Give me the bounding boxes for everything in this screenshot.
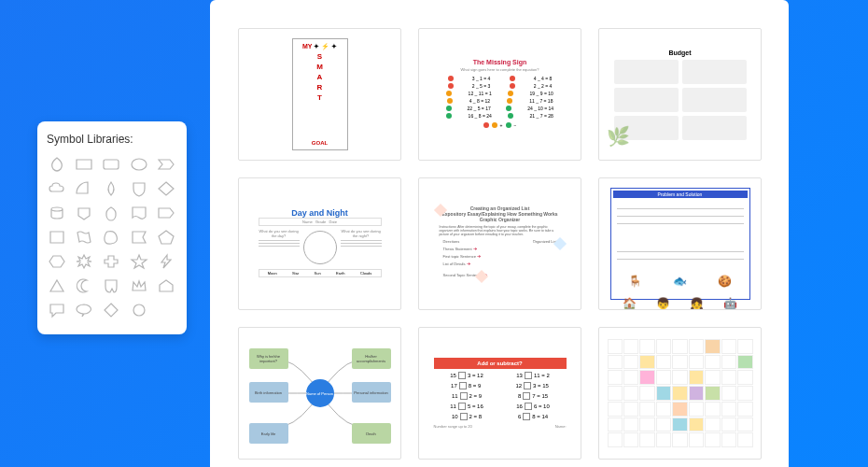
shape-triangle-icon[interactable] — [47, 276, 67, 295]
template-problem-solution[interactable]: Problem and Solution 🪑🐟🍪 🏠👦👧🤖 — [598, 177, 762, 310]
shape-moon-icon[interactable] — [74, 276, 94, 295]
shape-diamond2-icon[interactable] — [101, 301, 121, 319]
robot-icon: 🤖 — [723, 297, 737, 310]
shape-diamond-icon[interactable] — [156, 179, 176, 198]
chair-icon: 🪑 — [628, 275, 642, 288]
template-color-grid[interactable] — [598, 327, 762, 460]
shape-plus-icon[interactable] — [101, 252, 121, 271]
shape-oval-icon[interactable] — [129, 155, 149, 174]
templates-grid: MY ✦ ⚡ ✦ S M A R T GOAL The Missing Sign… — [238, 28, 761, 460]
shape-flag-icon[interactable] — [129, 228, 149, 247]
panel-title: Symbol Libraries: — [47, 133, 177, 146]
shape-pentagon-icon[interactable] — [156, 228, 176, 247]
shape-drop-icon[interactable] — [101, 179, 121, 198]
template-person-map[interactable]: Why is he/she important? His/her accompl… — [238, 327, 401, 460]
house-icon: 🏠 — [623, 297, 637, 310]
shape-bolt-icon[interactable] — [156, 252, 176, 271]
template-budget[interactable]: Budget 🌿 — [598, 28, 762, 161]
shape-hexagon-icon[interactable] — [47, 252, 67, 271]
symbol-libraries-panel: Symbol Libraries: — [37, 121, 187, 334]
shape-rounded-rect-icon[interactable] — [101, 155, 121, 174]
shape-quarter-icon[interactable] — [74, 179, 94, 198]
template-smart-goal[interactable]: MY ✦ ⚡ ✦ S M A R T GOAL — [238, 28, 401, 161]
shape-burst-icon[interactable] — [74, 252, 94, 271]
shape-badge-icon[interactable] — [74, 204, 94, 222]
shape-shield-icon[interactable] — [129, 179, 149, 198]
shape-crown-icon[interactable] — [129, 276, 149, 295]
shape-cylinder-icon[interactable] — [47, 204, 67, 222]
fish-icon: 🐟 — [673, 275, 687, 288]
shape-blob-icon[interactable] — [101, 228, 121, 247]
shape-tag-icon[interactable] — [156, 204, 176, 222]
shapes-grid — [47, 155, 177, 319]
shape-teardrop-icon[interactable] — [47, 155, 67, 174]
shape-wave-icon[interactable] — [74, 228, 94, 247]
templates-gallery: MY ✦ ⚡ ✦ S M A R T GOAL The Missing Sign… — [210, 0, 789, 467]
shape-rectangle-icon[interactable] — [74, 155, 94, 174]
template-missing-sign[interactable]: The Missing Sign What sign goes here to … — [418, 28, 581, 161]
shape-speech2-icon[interactable] — [74, 301, 94, 319]
shape-document-icon[interactable] — [129, 204, 149, 222]
shape-egg-icon[interactable] — [101, 204, 121, 222]
shape-house-icon[interactable] — [156, 276, 176, 295]
shape-cloud-icon[interactable] — [47, 179, 67, 198]
shape-square-icon[interactable] — [47, 228, 67, 247]
template-add-subtract[interactable]: Add or subtract? 15 3 = 1213 11 = 2 17 8… — [418, 327, 581, 460]
shape-chevron-icon[interactable] — [156, 155, 176, 174]
girl-icon: 👧 — [690, 297, 704, 310]
boy-icon: 👦 — [656, 297, 670, 310]
template-day-night[interactable]: Day and Night Name Grade Date What do yo… — [238, 177, 401, 310]
shape-circle-icon[interactable] — [129, 301, 149, 319]
shape-star-icon[interactable] — [129, 252, 149, 271]
leaf-decoration-icon: 🌿 — [607, 125, 630, 148]
shape-speech-icon[interactable] — [47, 301, 67, 319]
template-organized-list[interactable]: Creating an Organized List Expository Es… — [418, 177, 581, 310]
cookie-icon: 🍪 — [718, 275, 732, 288]
shape-tooth-icon[interactable] — [101, 276, 121, 295]
